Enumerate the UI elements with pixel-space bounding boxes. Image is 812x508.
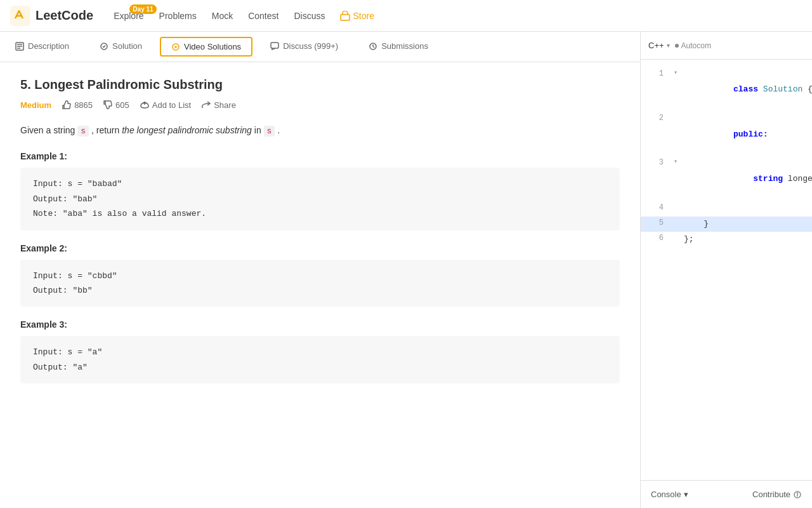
difficulty-badge: Medium: [20, 100, 51, 110]
console-label: Console: [651, 490, 681, 499]
kw-name-1: Solution: [763, 84, 802, 94]
code-editor-area[interactable]: 1 ▾ class Solution { 2 public: 3 ▾ s: [641, 60, 812, 480]
solution-tab-label: Solution: [112, 41, 142, 51]
desc-mid: , return: [91, 125, 119, 135]
example-1-line-1: Input: s = "babad": [33, 177, 607, 191]
thumbs-down-icon: [103, 100, 113, 110]
line-number-6: 6: [648, 232, 664, 246]
inline-code-s1: s: [77, 126, 89, 137]
svg-rect-9: [271, 43, 278, 48]
code-line-6: 6 };: [641, 232, 812, 247]
nav-mock[interactable]: Mock: [212, 11, 233, 21]
logo-area[interactable]: LeetCode: [10, 6, 93, 26]
desc-italic: the longest palindromic substring: [122, 125, 252, 135]
indent-3: [733, 174, 753, 184]
language-label: C++: [648, 41, 664, 50]
thumbs-up-icon: [62, 100, 72, 110]
code-text-5: }: [684, 217, 709, 231]
left-panel: Description Solution Video Solutions: [0, 32, 641, 508]
example-3-line-2: Output: "a": [33, 360, 607, 375]
example-3-block: Input: s = "a" Output: "a": [20, 336, 620, 384]
desc-mid2: in: [254, 125, 261, 135]
problem-description: Given a string s , return the longest pa…: [20, 123, 620, 138]
day-badge: Day 11: [129, 4, 156, 14]
tabs-bar: Description Solution Video Solutions: [0, 32, 640, 62]
discuss-icon: [270, 42, 279, 51]
video-icon: [171, 43, 180, 51]
language-selector[interactable]: C++ ▾: [648, 41, 670, 50]
problems-label: Problems: [159, 11, 197, 21]
contribute-info-icon: [793, 490, 802, 499]
svg-rect-1: [341, 15, 350, 20]
share-button[interactable]: Share: [201, 100, 236, 110]
code-text-3: string longes: [684, 156, 812, 201]
nav-contest[interactable]: Contest: [248, 11, 278, 21]
leetcode-logo-icon: [10, 6, 30, 26]
line-number-1: 1: [648, 67, 664, 81]
tab-solution[interactable]: Solution: [84, 32, 157, 62]
store-icon: [340, 11, 350, 21]
add-to-list-button[interactable]: Add to List: [140, 100, 191, 110]
console-button[interactable]: Console ▾: [651, 490, 688, 499]
downvote-button[interactable]: 605: [103, 100, 129, 110]
code-text-6: };: [684, 232, 694, 246]
contest-label: Contest: [248, 11, 278, 21]
line-number-5: 5: [648, 217, 664, 231]
desc-end: .: [277, 125, 280, 135]
store-label: Store: [353, 11, 374, 21]
problem-meta: Medium 8865 605: [20, 100, 620, 110]
console-chevron-icon: ▾: [684, 490, 688, 499]
solution-icon: [100, 42, 108, 51]
add-to-list-icon: [140, 100, 150, 110]
upvote-count: 8865: [74, 100, 93, 110]
nav-store[interactable]: Store: [340, 11, 374, 21]
code-line-2: 2 public:: [641, 112, 812, 156]
submissions-icon: [369, 42, 377, 51]
line-number-4: 4: [648, 201, 664, 215]
code-line-1: 1 ▾ class Solution {: [641, 67, 812, 112]
line-arrow-1: ▾: [674, 67, 681, 79]
nav-problems[interactable]: Problems: [159, 11, 197, 21]
editor-toolbar: C++ ▾ Autocom: [641, 32, 812, 60]
tab-description[interactable]: Description: [0, 32, 84, 62]
autocomplete-toggle[interactable]: Autocom: [675, 41, 711, 50]
autocomplete-label-text: Autocom: [681, 41, 711, 50]
kw-class-1: class: [733, 84, 763, 94]
add-to-list-label: Add to List: [152, 100, 191, 110]
example-1-title: Example 1:: [20, 151, 620, 161]
logo-text: LeetCode: [36, 8, 93, 23]
code-text-1: class Solution {: [684, 67, 812, 112]
desc-prefix: Given a string: [20, 125, 75, 135]
contribute-label: Contribute: [752, 490, 790, 499]
code-editor-panel: C++ ▾ Autocom 1 ▾ class Solution { 2: [641, 32, 812, 508]
example-1-line-3: Note: "aba" is also a valid answer.: [33, 206, 607, 221]
example-1-block: Input: s = "babad" Output: "bab" Note: "…: [20, 168, 620, 230]
nav-discuss[interactable]: Discuss: [294, 11, 325, 21]
example-3-title: Example 3:: [20, 319, 620, 330]
brace-1: {: [802, 84, 812, 94]
kw-string-3: string: [753, 174, 783, 184]
svg-point-15: [797, 493, 798, 493]
example-2-block: Input: s = "cbbd" Output: "bb": [20, 260, 620, 307]
tab-discuss[interactable]: Discuss (999+): [255, 32, 353, 62]
contribute-button[interactable]: Contribute: [752, 490, 802, 499]
example-2-line-1: Input: s = "cbbd": [33, 269, 607, 283]
example-2-title: Example 2:: [20, 243, 620, 253]
description-icon: [15, 42, 24, 51]
autocomplete-dot-icon: [675, 44, 679, 48]
code-line-5: 5 }: [641, 217, 812, 232]
discuss-tab-label: Discuss (999+): [283, 41, 338, 51]
share-icon: [201, 100, 211, 110]
code-text-2: public:: [684, 112, 768, 156]
tab-video-solutions[interactable]: Video Solutions: [160, 37, 252, 57]
code-line-4: 4: [641, 201, 812, 217]
nav-explore[interactable]: Explore Day 11: [114, 11, 143, 21]
line-number-3: 3: [648, 156, 664, 170]
chevron-down-icon: ▾: [667, 42, 670, 49]
main-layout: Description Solution Video Solutions: [0, 32, 812, 508]
discuss-label: Discuss: [294, 11, 325, 21]
example-3-line-1: Input: s = "a": [33, 345, 607, 359]
tab-submissions[interactable]: Submissions: [353, 32, 443, 62]
top-navigation: LeetCode Explore Day 11 Problems Mock Co…: [0, 0, 812, 32]
upvote-button[interactable]: 8865: [62, 100, 93, 110]
